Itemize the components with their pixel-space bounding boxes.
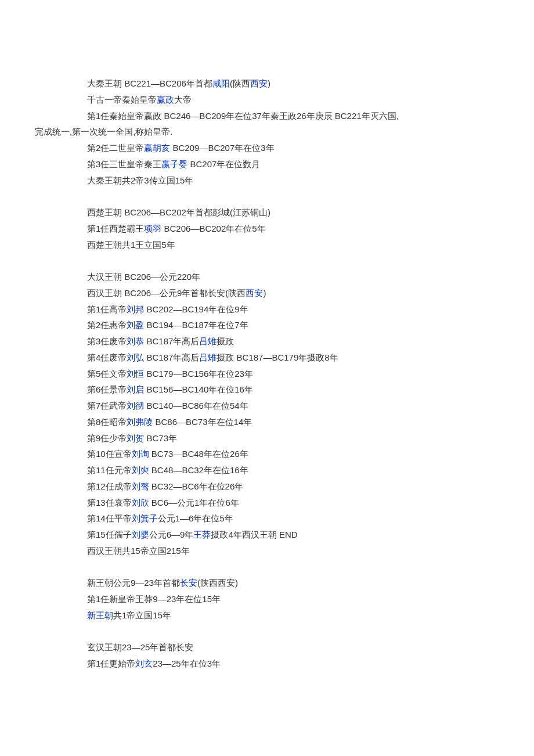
qin-line3a: 第1任秦始皇帝嬴政 BC246—BC209年在位37年秦王政26年庚辰 BC22… bbox=[35, 108, 499, 124]
han-r11: 第11任元帝刘奭 BC48—BC32年在位16年 bbox=[35, 462, 499, 478]
han-r12: 第12任成帝刘骜 BC32—BC6年在位26年 bbox=[35, 478, 499, 495]
text: 第1任更始帝 bbox=[87, 658, 135, 668]
link-changan[interactable]: 长安 bbox=[180, 578, 197, 588]
han-title: 大汉王朝 BC206—公元220年 bbox=[35, 269, 499, 285]
text: BC206—BC202年在位5年 bbox=[161, 224, 265, 233]
link-liuheng[interactable]: 刘恒 bbox=[127, 369, 144, 379]
text: BC140—BC86年在位54年 bbox=[144, 401, 248, 411]
han-r13: 第13任哀帝刘欣 BC6—公元1年在位6年 bbox=[35, 495, 499, 511]
text: 千古一帝秦始皇帝 bbox=[87, 95, 157, 105]
han-r10: 第10任宣帝刘询 BC73—BC48年在位26年 bbox=[35, 446, 499, 462]
text: BC179—BC156年在位23年 bbox=[144, 369, 253, 379]
han-r3: 第3任废帝刘恭 BC187年高后吕雉摄政 bbox=[35, 333, 499, 350]
han-r2: 第2任惠帝刘盈 BC194—BC187年在位7年 bbox=[35, 317, 499, 333]
text: 第3任三世皇帝秦王 bbox=[87, 159, 161, 169]
text: 第4任废帝 bbox=[87, 352, 127, 362]
link-liuxin[interactable]: 刘欣 bbox=[132, 498, 149, 507]
text: 第9任少帝 bbox=[87, 433, 127, 443]
xichu-summary: 西楚王朝共1王立国5年 bbox=[35, 237, 499, 253]
link-yingzheng[interactable]: 嬴政 bbox=[157, 95, 174, 105]
han-r14: 第14任平帝刘箕子公元1—6年在位5年 bbox=[35, 510, 499, 527]
text: BC187年高后 bbox=[144, 352, 199, 362]
link-xian2[interactable]: 西安 bbox=[246, 288, 263, 298]
link-xiangyu[interactable]: 项羽 bbox=[144, 224, 161, 233]
text: 第7任武帝 bbox=[87, 401, 127, 411]
text: 第15任孺子 bbox=[87, 530, 132, 539]
text: 第1任高帝 bbox=[87, 304, 127, 314]
link-yingziying[interactable]: 嬴子婴 bbox=[161, 159, 187, 169]
han-r4: 第4任废帝刘弘 BC187年高后吕雉摄政 BC187—BC179年摄政8年 bbox=[35, 350, 499, 366]
text: 第6任景帝 bbox=[87, 384, 127, 394]
text: 第8任昭帝 bbox=[87, 417, 127, 427]
link-liuche[interactable]: 刘彻 bbox=[127, 401, 144, 411]
text: BC73年 bbox=[144, 433, 177, 443]
link-xinwangchao[interactable]: 新王朝 bbox=[87, 610, 113, 620]
text: BC209—BC207年在位3年 bbox=[170, 143, 274, 153]
link-lvzhi2[interactable]: 吕雉 bbox=[199, 352, 217, 362]
text: BC207年在位数月 bbox=[187, 159, 260, 169]
text: 第2任惠帝 bbox=[87, 320, 127, 330]
link-liuxun[interactable]: 刘询 bbox=[132, 449, 149, 459]
han-r7: 第7任武帝刘彻 BC140—BC86年在位54年 bbox=[35, 398, 499, 414]
text: BC187年高后 bbox=[144, 336, 199, 346]
qin-line3b: 完成统一,第一次统一全国,称始皇帝. bbox=[35, 124, 499, 140]
link-liuhong[interactable]: 刘弘 bbox=[127, 352, 144, 362]
text: ) bbox=[268, 78, 270, 88]
xuanhan-line1: 玄汉王朝23—25年首都长安 bbox=[35, 639, 499, 656]
text: 大帝 bbox=[174, 95, 192, 105]
text: 23—25年在位3年 bbox=[153, 658, 221, 668]
text: 第13任哀帝 bbox=[87, 498, 132, 507]
spacer bbox=[35, 253, 499, 269]
text: 第12任成帝 bbox=[87, 481, 132, 491]
xuanhan-line2: 第1任更始帝刘玄23—25年在位3年 bbox=[35, 656, 499, 672]
text: 第3任废帝 bbox=[87, 336, 127, 346]
link-liuhe[interactable]: 刘贺 bbox=[127, 433, 144, 443]
qin-summary: 大秦王朝共2帝3传立国15年 bbox=[35, 172, 499, 189]
link-liuqi[interactable]: 刘启 bbox=[127, 384, 144, 394]
link-xianyang[interactable]: 咸阳 bbox=[212, 78, 230, 88]
xichu-line1: 西楚王朝 BC206—BC202年首都彭城(江苏铜山) bbox=[35, 204, 499, 221]
text: 第10任宣帝 bbox=[87, 449, 132, 459]
text: 摄政4年西汉王朝 END bbox=[211, 530, 297, 539]
qin-line5: 第3任三世皇帝秦王嬴子婴 BC207年在位数月 bbox=[35, 156, 499, 172]
link-liugong[interactable]: 刘恭 bbox=[127, 336, 144, 346]
qin-line2: 千古一帝秦始皇帝嬴政大帝 bbox=[35, 92, 499, 108]
text: 摄政 BC187—BC179年摄政8年 bbox=[217, 352, 338, 362]
text: 摄政 bbox=[217, 336, 234, 346]
spacer bbox=[35, 559, 499, 575]
text: BC202—BC194年在位9年 bbox=[144, 304, 248, 314]
text: BC32—BC6年在位26年 bbox=[149, 481, 244, 491]
han-r9: 第9任少帝刘贺 BC73年 bbox=[35, 430, 499, 447]
link-liuying[interactable]: 刘盈 bbox=[127, 320, 144, 330]
han-r5: 第5任文帝刘恒 BC179—BC156年在位23年 bbox=[35, 366, 499, 382]
link-liufuling[interactable]: 刘弗陵 bbox=[127, 417, 153, 427]
han-r6: 第6任景帝刘启 BC156—BC140年在位16年 bbox=[35, 381, 499, 398]
qin-line4: 第2任二世皇帝嬴胡亥 BC209—BC207年在位3年 bbox=[35, 140, 499, 156]
text: BC73—BC48年在位26年 bbox=[149, 449, 248, 459]
link-liuao[interactable]: 刘骜 bbox=[132, 481, 149, 491]
spacer bbox=[35, 624, 499, 640]
spacer bbox=[35, 188, 499, 204]
link-liuxuan[interactable]: 刘玄 bbox=[135, 658, 153, 668]
link-yinghuhai[interactable]: 嬴胡亥 bbox=[144, 143, 170, 153]
han-r8: 第8任昭帝刘弗陵 BC86—BC73年在位14年 bbox=[35, 414, 499, 430]
han-r1: 第1任高帝刘邦 BC202—BC194年在位9年 bbox=[35, 301, 499, 318]
link-lvzhi[interactable]: 吕雉 bbox=[199, 336, 217, 346]
text: 西汉王朝 BC206—公元9年首都长安(陕西 bbox=[87, 288, 246, 298]
xin-line1: 新王朝公元9—23年首都长安(陕西西安) bbox=[35, 575, 499, 591]
text: BC194—BC187年在位7年 bbox=[144, 320, 248, 330]
text: 第11任元帝 bbox=[87, 465, 132, 475]
text: 第1任西楚霸王 bbox=[87, 224, 144, 233]
xichu-line2: 第1任西楚霸王项羽 BC206—BC202年在位5年 bbox=[35, 221, 499, 237]
link-wangmang[interactable]: 王莽 bbox=[193, 530, 211, 539]
text: BC86—BC73年在位14年 bbox=[153, 417, 252, 427]
xin-line3: 新王朝共1帝立国15年 bbox=[35, 607, 499, 624]
text: (陕西 bbox=[230, 78, 250, 88]
text: (陕西西安) bbox=[197, 578, 238, 588]
link-liuying2[interactable]: 刘婴 bbox=[132, 530, 149, 539]
link-xian[interactable]: 西安 bbox=[250, 78, 268, 88]
link-liubang[interactable]: 刘邦 bbox=[127, 304, 144, 314]
link-liujizi[interactable]: 刘箕子 bbox=[132, 513, 158, 523]
xihan-header: 西汉王朝 BC206—公元9年首都长安(陕西西安) bbox=[35, 285, 499, 301]
link-liushi[interactable]: 刘奭 bbox=[132, 465, 149, 475]
